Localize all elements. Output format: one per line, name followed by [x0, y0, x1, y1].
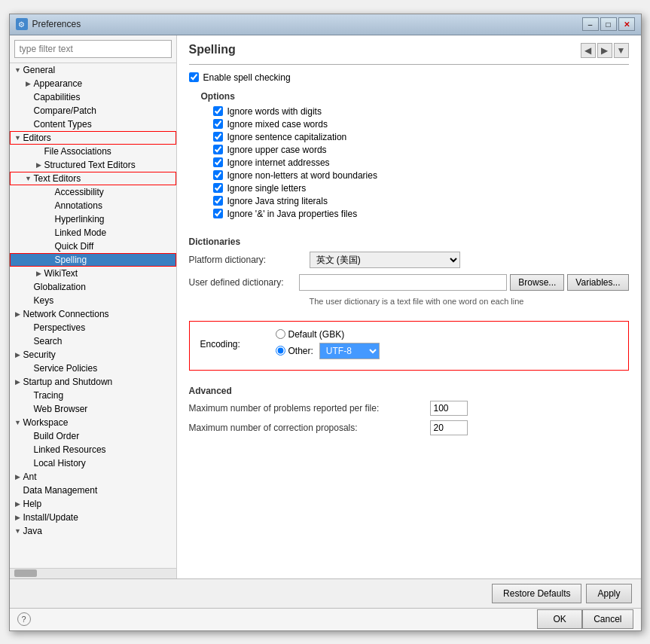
build-order-expand-icon	[23, 431, 34, 441]
tree-item-web-browser[interactable]: Web Browser	[10, 402, 176, 416]
editors-expand-icon: ▼	[13, 133, 23, 143]
ignore-upper-case-checkbox[interactable]	[213, 145, 223, 154]
ignore-non-letters-row: Ignore non-letters at word boundaries	[213, 170, 629, 181]
ignore-digits-row: Ignore words with digits	[213, 106, 629, 117]
file-assoc-expand-icon	[34, 146, 44, 157]
tree-item-service-policies[interactable]: Service Policies	[10, 362, 176, 375]
ignore-ampersand-row: Ignore '&' in Java properties files	[213, 209, 629, 219]
tree-item-text-editors[interactable]: ▼ Text Editors	[10, 172, 176, 185]
titlebar: ⚙ Preferences – □ ✕	[10, 14, 641, 35]
appearance-expand-icon: ▶	[23, 78, 34, 89]
tree-item-linked-resources[interactable]: Linked Resources	[10, 443, 176, 456]
user-dict-row: User defined dictionary: Browse... Varia…	[189, 274, 629, 291]
max-problems-label: Maximum number of problems reported per …	[189, 403, 430, 414]
tree-item-startup-shutdown[interactable]: ▶ Startup and Shutdown	[10, 375, 176, 389]
tracing-expand-icon	[23, 390, 34, 401]
default-encoding-row: Default (GBK)	[276, 329, 380, 340]
max-problems-input[interactable]	[430, 401, 468, 416]
tree-item-structured-text[interactable]: ▶ Structured Text Editors	[10, 158, 176, 172]
enable-spell-checking-checkbox[interactable]	[189, 72, 199, 82]
ignore-ampersand-checkbox[interactable]	[213, 209, 223, 218]
encoding-select[interactable]: UTF-8 UTF-16 ISO-8859-1 GBK	[319, 343, 380, 359]
apply-button[interactable]: Apply	[586, 584, 631, 603]
tree-item-accessibility[interactable]: Accessibility	[10, 185, 176, 199]
tree-item-editors[interactable]: ▼ Editors	[10, 131, 176, 145]
platform-dict-select[interactable]: 英文 (美国)	[310, 252, 460, 268]
max-proposals-label: Maximum number of correction proposals:	[189, 423, 430, 433]
ignore-mixed-case-checkbox[interactable]	[213, 119, 223, 129]
ignore-non-letters-checkbox[interactable]	[213, 170, 223, 180]
tree-item-tracing[interactable]: Tracing	[10, 389, 176, 402]
other-encoding-radio[interactable]	[276, 346, 285, 356]
tree-item-annotations[interactable]: Annotations	[10, 199, 176, 212]
tree-item-build-order[interactable]: Build Order	[10, 429, 176, 443]
spelling-expand-icon	[44, 255, 55, 265]
nav-forward-button[interactable]: ▶	[597, 43, 612, 58]
cancel-button[interactable]: Cancel	[582, 609, 633, 629]
restore-defaults-button[interactable]: Restore Defaults	[492, 584, 581, 603]
tree-item-help[interactable]: ▶ Help	[10, 497, 176, 511]
ignore-internet-checkbox[interactable]	[213, 157, 223, 167]
ok-button[interactable]: OK	[537, 609, 582, 629]
install-expand-icon: ▶	[13, 512, 23, 523]
default-encoding-radio[interactable]	[276, 329, 285, 339]
help-icon[interactable]: ?	[17, 612, 31, 626]
tree-item-search[interactable]: Search	[10, 334, 176, 348]
ignore-single-row: Ignore single letters	[213, 183, 629, 194]
maximize-button[interactable]: □	[600, 17, 617, 31]
tree-item-hyperlinking[interactable]: Hyperlinking	[10, 212, 176, 226]
ant-expand-icon: ▶	[13, 472, 23, 482]
tree-item-perspectives[interactable]: Perspectives	[10, 321, 176, 334]
tree-item-spelling[interactable]: Spelling	[10, 253, 176, 267]
platform-dict-label: Platform dictionary:	[189, 255, 310, 265]
ignore-single-checkbox[interactable]	[213, 183, 223, 193]
max-proposals-input[interactable]	[430, 420, 468, 435]
variables-button[interactable]: Variables...	[567, 274, 628, 291]
tree-item-keys[interactable]: Keys	[10, 294, 176, 307]
minimize-button[interactable]: –	[582, 17, 599, 31]
annotations-expand-icon	[44, 200, 55, 211]
tree-item-compare-patch[interactable]: Compare/Patch	[10, 104, 176, 118]
tree-item-network-connections[interactable]: ▶ Network Connections	[10, 307, 176, 321]
tree-item-file-associations[interactable]: File Associations	[10, 145, 176, 158]
tree-item-ant[interactable]: ▶ Ant	[10, 470, 176, 484]
ignore-java-string-checkbox[interactable]	[213, 196, 223, 206]
glob-expand-icon	[23, 282, 34, 292]
enable-spell-checking-label: Enable spell checking	[203, 72, 291, 83]
tree-horizontal-scrollbar[interactable]	[10, 568, 176, 578]
status-bar: ? OK Cancel	[10, 608, 641, 630]
user-dict-input[interactable]	[299, 274, 507, 291]
tree-item-capabilities[interactable]: Capabilities	[10, 90, 176, 104]
ignore-sentence-cap-checkbox[interactable]	[213, 132, 223, 142]
tree-item-data-management[interactable]: Data Management	[10, 484, 176, 497]
tree-item-quick-diff[interactable]: Quick Diff	[10, 240, 176, 253]
tree-item-java[interactable]: ▼ Java	[10, 524, 176, 538]
tree-item-workspace[interactable]: ▼ Workspace	[10, 416, 176, 429]
tree-item-security[interactable]: ▶ Security	[10, 348, 176, 362]
filter-input[interactable]	[14, 40, 172, 58]
advanced-section: Advanced Maximum number of problems repo…	[189, 380, 629, 440]
tree-item-wikitext[interactable]: ▶ WikiText	[10, 267, 176, 280]
tree-item-linked-mode[interactable]: Linked Mode	[10, 226, 176, 240]
tree-item-appearance[interactable]: ▶ Appearance	[10, 77, 176, 90]
data-mgmt-expand-icon	[13, 485, 23, 496]
quick-diff-expand-icon	[44, 241, 55, 252]
tree-item-general[interactable]: ▼ General	[10, 63, 176, 77]
java-expand-icon: ▼	[13, 526, 23, 536]
dictionaries-section: Dictionaries Platform dictionary: 英文 (美国…	[189, 230, 629, 312]
tree-scroll-container: ▼ General ▶ Appearance Capabilities	[10, 63, 176, 568]
structured-expand-icon: ▶	[34, 160, 44, 170]
tree-item-content-types[interactable]: Content Types	[10, 118, 176, 131]
platform-dict-row: Platform dictionary: 英文 (美国)	[189, 252, 629, 268]
nav-dropdown-button[interactable]: ▼	[614, 43, 629, 58]
nav-back-button[interactable]: ◀	[581, 43, 596, 58]
window-icon: ⚙	[16, 18, 28, 30]
tree-item-globalization[interactable]: Globalization	[10, 280, 176, 294]
action-bar: Restore Defaults Apply	[10, 578, 641, 608]
tree-item-local-history[interactable]: Local History	[10, 456, 176, 470]
encoding-options-col: Default (GBK) Other: UTF-8 UTF-16 ISO-88…	[276, 329, 380, 359]
close-button[interactable]: ✕	[618, 17, 635, 31]
tree-item-install-update[interactable]: ▶ Install/Update	[10, 511, 176, 524]
browse-button[interactable]: Browse...	[510, 274, 564, 291]
ignore-digits-checkbox[interactable]	[213, 106, 223, 116]
